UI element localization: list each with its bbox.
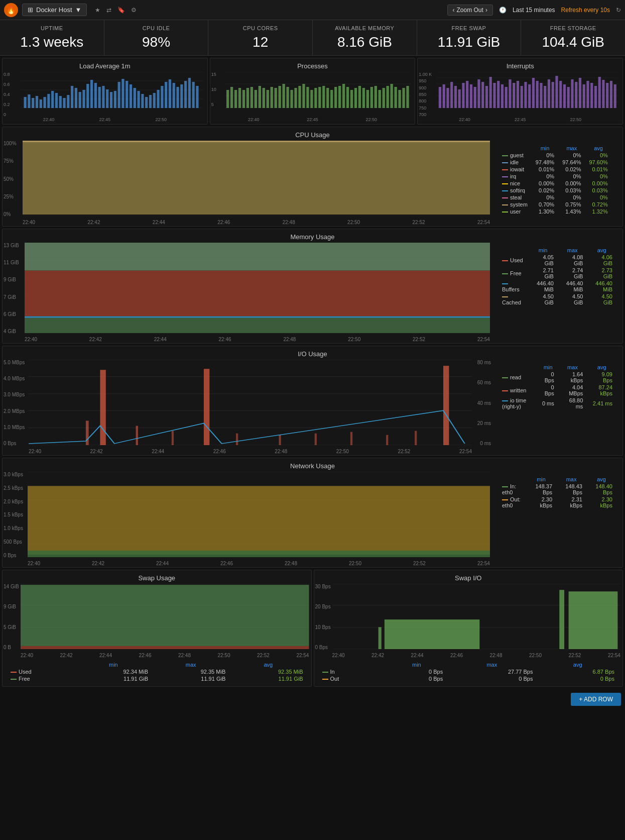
stat-uptime-label: Uptime: [8, 25, 96, 31]
share-icon[interactable]: ⇄: [106, 7, 111, 14]
svg-rect-121: [493, 83, 496, 108]
svg-rect-55: [230, 87, 233, 108]
memory-legend-row: Cached 4.50 GiB 4.50 GiB 4.50 GiB: [498, 293, 616, 306]
svg-rect-208: [384, 619, 479, 649]
svg-rect-113: [462, 83, 465, 108]
star-icon[interactable]: ★: [95, 7, 100, 14]
svg-rect-49: [196, 86, 198, 108]
svg-rect-149: [602, 80, 605, 108]
swap-io-legend-row: Out 0 Bps 0 Bps 0 Bps: [318, 675, 619, 682]
svg-rect-195: [28, 486, 490, 555]
svg-rect-66: [274, 88, 277, 108]
cpu-usage-content: 100% 75% 50% 25% 0% 22:40 22:42 22:44 22…: [3, 141, 622, 226]
svg-rect-36: [145, 97, 148, 108]
svg-rect-144: [583, 84, 585, 108]
cpu-legend-table: min max avg guest 0% 0% 0% idle 97.48% 9…: [498, 145, 612, 215]
svg-rect-142: [575, 82, 577, 108]
svg-rect-132: [536, 81, 539, 108]
settings-icon[interactable]: ⚙: [131, 7, 137, 14]
svg-rect-46: [184, 81, 187, 108]
interrupts-title: Interrupts: [418, 58, 622, 72]
svg-rect-6: [28, 94, 30, 108]
network-usage-panel: Network Usage 3.0 kBps 2.5 kBps 2.0 kBps: [2, 458, 623, 568]
svg-rect-75: [310, 90, 313, 108]
svg-rect-39: [157, 90, 159, 108]
svg-rect-185: [350, 432, 352, 445]
host-selector[interactable]: ⊞ Docker Host ▼: [22, 4, 87, 16]
svg-rect-25: [102, 86, 104, 108]
swap-io-panel: Swap I/O 30 Bps 20 Bps 10 Bps 0 Bp: [314, 570, 623, 687]
processes-panel: Processes: [210, 58, 416, 125]
stat-storage-label: Free Storage: [529, 25, 617, 31]
svg-rect-91: [374, 86, 377, 108]
svg-rect-196: [28, 551, 490, 557]
svg-rect-108: [443, 84, 445, 108]
bookmark-icon[interactable]: 🔖: [117, 7, 125, 14]
svg-rect-84: [346, 87, 349, 108]
stat-free-swap: Free Swap 11.91 GiB: [417, 20, 522, 55]
svg-rect-33: [134, 88, 136, 108]
bottom-row: Swap Usage 14 GiB 9 GiB 5 GiB 0 B 22:40: [2, 570, 623, 687]
swap-usage-panel: Swap Usage 14 GiB 9 GiB 5 GiB 0 B 22:40: [2, 570, 312, 687]
svg-rect-20: [82, 90, 85, 108]
svg-rect-116: [474, 87, 476, 108]
svg-rect-45: [180, 84, 183, 108]
svg-rect-145: [587, 81, 589, 108]
memory-chart-area: 13 GiB 11 GiB 9 GiB 7 GiB 6 GiB 4 GiB 22…: [3, 243, 492, 343]
svg-rect-210: [568, 591, 617, 649]
svg-rect-56: [234, 90, 237, 108]
svg-rect-111: [454, 86, 457, 108]
time-range[interactable]: Last 15 minutes: [513, 7, 555, 14]
svg-rect-125: [509, 79, 512, 108]
svg-rect-151: [610, 81, 612, 108]
mini-charts-row: Load Average 1m: [2, 58, 623, 125]
svg-rect-44: [176, 87, 179, 108]
svg-rect-97: [398, 90, 401, 108]
svg-rect-27: [110, 92, 112, 108]
load-avg-x-axis: 22:40 22:45 22:50: [3, 117, 207, 124]
svg-rect-201: [21, 585, 309, 646]
stat-memory-value: 8.16 GiB: [321, 34, 409, 50]
svg-rect-92: [378, 90, 381, 108]
stat-swap-value: 11.91 GiB: [425, 34, 513, 50]
stat-cpu-cores: CPU Cores 12: [208, 20, 313, 55]
svg-rect-17: [71, 86, 73, 108]
zoom-out-button[interactable]: ‹ Zoom Out ›: [447, 5, 493, 16]
svg-rect-147: [594, 86, 597, 108]
svg-rect-122: [497, 81, 499, 108]
cpu-legend: min max avg guest 0% 0% 0% idle 97.48% 9…: [492, 141, 622, 226]
stat-swap-label: Free Swap: [425, 25, 513, 31]
svg-rect-115: [470, 84, 472, 108]
topbar-right: ‹ Zoom Out › 🕐 Last 15 minutes Refresh e…: [447, 5, 621, 16]
refresh-label: Refresh every 10s: [561, 7, 610, 14]
svg-rect-182: [236, 434, 238, 445]
svg-rect-107: [439, 87, 441, 108]
svg-rect-65: [270, 87, 273, 108]
processes-x-axis: 22:40 22:45 22:50: [210, 117, 415, 124]
svg-rect-137: [556, 76, 558, 108]
svg-rect-13: [55, 93, 58, 108]
svg-rect-69: [286, 87, 289, 108]
add-row-button[interactable]: + ADD ROW: [571, 693, 621, 706]
stat-cpu-cores-value: 12: [216, 34, 304, 50]
svg-rect-60: [250, 87, 253, 108]
host-label: Docker Host: [36, 6, 72, 14]
svg-rect-202: [21, 646, 309, 649]
stat-uptime: Uptime 1.3 weeks: [0, 20, 104, 55]
topbar-icons: ★ ⇄ 🔖 ⚙: [95, 7, 137, 14]
network-legend-row: Out: eth0 2.30 kBps 2.31 kBps 2.30 kBps: [498, 496, 616, 509]
svg-rect-63: [262, 88, 265, 108]
svg-rect-110: [450, 82, 453, 108]
swap-legend-row: Free 11.91 GiB 11.91 GiB 11.91 GiB: [7, 675, 307, 682]
svg-rect-70: [290, 90, 293, 108]
svg-rect-34: [137, 91, 140, 108]
svg-rect-93: [382, 88, 385, 108]
svg-rect-30: [121, 79, 124, 108]
io-legend-row: read 0 Bps 1.64 kBps 9.09 Bps: [498, 371, 616, 384]
svg-rect-140: [567, 87, 570, 108]
grid-icon: ⊞: [28, 6, 33, 14]
svg-rect-118: [481, 82, 484, 108]
refresh-icon[interactable]: ↻: [616, 7, 621, 14]
cpu-legend-row: irq 0% 0% 0%: [498, 173, 612, 180]
svg-rect-184: [315, 434, 317, 445]
